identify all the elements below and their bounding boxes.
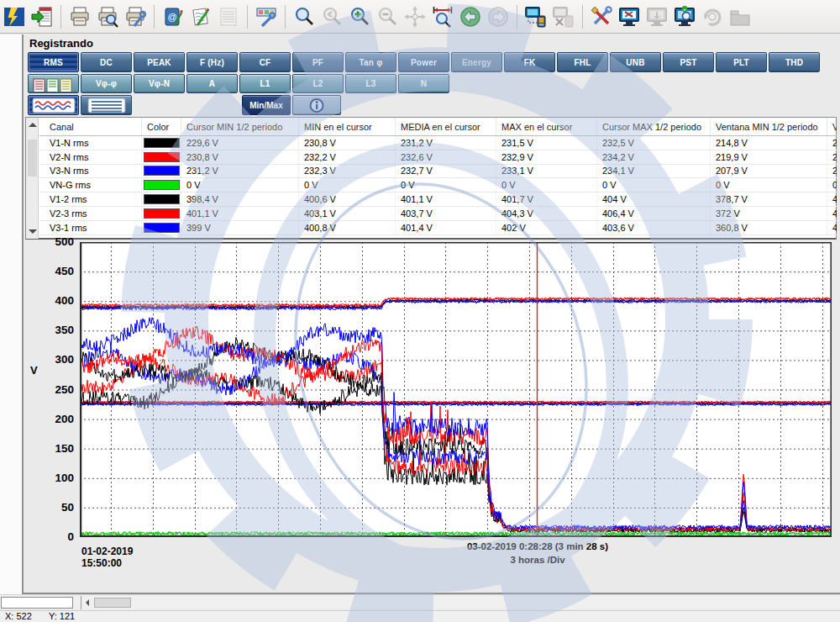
chart-plot-area[interactable] [80, 242, 832, 537]
print-setup-button[interactable] [123, 3, 148, 30]
column-header-canal: Canal [39, 118, 142, 135]
table-row-vn-g-rms[interactable]: VN-G rms0 V0 V0 V0 V0 V0 V0 [39, 178, 837, 192]
tab-f-hz[interactable]: F (Hz) [186, 52, 238, 72]
scroll-up-icon[interactable] [29, 123, 37, 127]
y-axis-tick-450: 450 [34, 265, 74, 277]
color-cell [142, 221, 181, 235]
table-row-v2-3-rms[interactable]: V2-3 rms401,1 V403,1 V403,7 V404,3 V406,… [39, 207, 837, 221]
value-cell: 231,5 V [496, 136, 597, 150]
value-cell: 399 V [181, 221, 299, 235]
y-axis-tick-250: 250 [34, 383, 74, 396]
value-cell: 403,7 V [396, 207, 496, 220]
value-cell: 231,2 V [181, 165, 299, 178]
canal-cell: V2-N rms [39, 150, 142, 164]
tab-peak[interactable]: PEAK [134, 52, 185, 72]
print-button[interactable] [67, 3, 92, 30]
tab-power[interactable]: Power [398, 52, 449, 72]
tab-pst[interactable]: PST [663, 52, 714, 72]
canal-cell: V1-N rms [39, 136, 142, 150]
table-scrollbar[interactable] [26, 118, 39, 239]
scroll-left-icon[interactable] [86, 599, 89, 606]
value-cell: 234,2 V [597, 150, 711, 164]
print-preview-button[interactable] [95, 3, 120, 30]
left-collapsed-panel[interactable] [0, 34, 24, 595]
chart-time-per-division: 3 horas /Div [370, 555, 706, 565]
tab-rms[interactable]: RMS [28, 52, 79, 72]
value-cell: 404,3 V [496, 207, 597, 220]
value-cell: 400,6 V [299, 192, 396, 206]
value-cell: 0 [827, 178, 837, 192]
report-pages-button[interactable] [28, 74, 79, 93]
remote-config-button[interactable] [617, 3, 642, 30]
color-swatch-blue [144, 223, 180, 233]
tab-thd[interactable]: THD [769, 52, 820, 72]
tab-a[interactable]: A [186, 74, 238, 93]
canal-cell: VN-G rms [39, 178, 142, 192]
value-cell: 0 V [181, 178, 299, 192]
address-book-icon: @ [162, 6, 184, 28]
value-cell: 400,8 V [299, 221, 396, 235]
tab-plt[interactable]: PLT [716, 52, 767, 72]
color-swatch-red [144, 208, 180, 219]
tools-icon [591, 6, 612, 28]
open-file-button[interactable] [29, 3, 55, 30]
remote-config-icon [618, 6, 640, 28]
tab-tan[interactable]: Tan φ [345, 52, 396, 72]
table-scroll-thumb[interactable] [28, 140, 37, 177]
zoom-button[interactable] [291, 3, 317, 30]
tab-n[interactable]: N [398, 74, 449, 93]
app-logo-button[interactable] [2, 3, 27, 30]
tab-l3[interactable]: L3 [345, 74, 396, 93]
color-cell [142, 136, 181, 150]
hscroll-thumb[interactable] [94, 598, 131, 608]
download-search-button[interactable] [672, 3, 697, 30]
report-button [216, 3, 241, 30]
info-button[interactable] [292, 95, 341, 115]
tab-cf[interactable]: CF [239, 52, 291, 72]
scrollbar-divider [81, 596, 81, 609]
tab-l1[interactable]: L1 [239, 74, 291, 93]
table-row-v1-2-rms[interactable]: V1-2 rms398,4 V400,6 V401,1 V401,7 V404 … [39, 192, 837, 207]
tab-fhl[interactable]: FHL [557, 52, 608, 72]
forward-button [486, 3, 511, 30]
zoom-horizontal-button[interactable] [430, 3, 455, 30]
waveform-view-button[interactable] [28, 95, 79, 115]
device-disconnect-button [551, 3, 576, 30]
table-row-v2-n-rms[interactable]: V2-N rms230,8 V232,2 V232,6 V232,9 V234,… [39, 150, 837, 165]
value-cell: 0 V [711, 178, 827, 192]
back-icon [459, 6, 481, 28]
notes-button[interactable] [188, 3, 213, 30]
value-cell: 232,9 V [496, 150, 597, 164]
address-book-button[interactable]: @ [160, 3, 186, 30]
tools-button[interactable] [589, 3, 614, 30]
toolbar-config-button[interactable] [254, 3, 279, 30]
tab-v[interactable]: Vφ-φ [81, 74, 132, 93]
report-icon [218, 6, 239, 28]
value-cell: 230,8 V [181, 150, 299, 164]
tab-v-n[interactable]: Vφ-N [134, 74, 185, 93]
value-cell: 233,1 V [496, 165, 597, 178]
tab-dc[interactable]: DC [81, 52, 132, 72]
tab-pf[interactable]: PF [292, 52, 344, 72]
tab-l2[interactable]: L2 [292, 74, 344, 93]
tab-fk[interactable]: FK [504, 52, 555, 72]
tab-unb[interactable]: UNB [610, 52, 661, 72]
table-row-v1-n-rms[interactable]: V1-N rms229,6 V230,8 V231,2 V231,5 V232,… [39, 136, 837, 150]
y-axis-tick-350: 350 [34, 324, 74, 336]
device-connect-button[interactable] [523, 3, 549, 30]
table-view-button[interactable] [81, 95, 132, 115]
color-cell [142, 207, 181, 220]
table-row-v3-n-rms[interactable]: V3-N rms231,2 V232,3 V232,7 V233,1 V234,… [39, 165, 837, 179]
scroll-down-icon[interactable] [29, 229, 37, 234]
horizontal-scrollbar[interactable] [0, 594, 840, 609]
toolbar: @ [0, 0, 840, 34]
zoom-in-button[interactable] [347, 3, 372, 30]
minmax-button[interactable]: Min/Max [242, 95, 291, 115]
zoom-previous-button [319, 3, 344, 30]
toolbar-separator [154, 5, 155, 29]
column-header-ventana-max-1-2-periodo: Ventana MAX 1/2 periodo [827, 118, 837, 135]
value-cell: 238 [827, 150, 837, 164]
table-row-v3-1-rms[interactable]: V3-1 rms399 V400,8 V401,4 V402 V403,6 V3… [39, 221, 837, 235]
back-button[interactable] [458, 3, 483, 30]
sync-clock-icon [701, 6, 723, 28]
